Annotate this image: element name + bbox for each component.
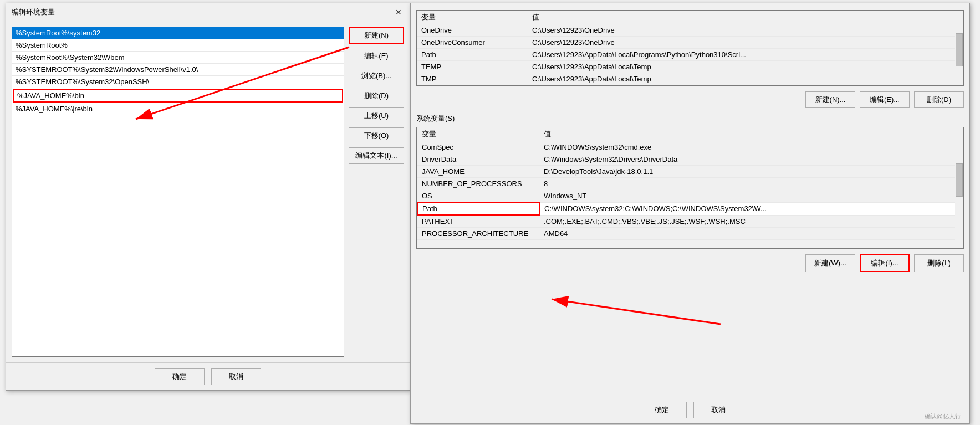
left-btn-1[interactable]: 编辑(E): [349, 48, 404, 64]
env-list-item-0[interactable]: %SystemRoot%\system32: [12, 27, 344, 39]
user-vars-table: 变量 值 OneDriveC:\Users\12923\OneDriveOneD…: [417, 11, 963, 85]
sys-var-row-5[interactable]: PathC:\WINDOWS\system32;C:\WINDOWS;C:\WI…: [417, 202, 963, 215]
left-btn-4[interactable]: 上移(U): [349, 107, 404, 124]
sys-vars-col-name: 变量: [417, 127, 539, 141]
sys-vars-section-label: 系统变量(S): [416, 114, 455, 122]
sys-var-row-6[interactable]: PATHEXT.COM;.EXE;.BAT;.CMD;.VBS;.VBE;.JS…: [417, 215, 963, 228]
sys-var-row-2[interactable]: JAVA_HOMED:\DevelopTools\Java\jdk-18.0.1…: [417, 166, 963, 178]
user-vars-col-value: 值: [528, 11, 963, 24]
env-list-item-4[interactable]: %SYSTEMROOT%\System32\OpenSSH\: [12, 76, 344, 88]
btn-column: 新建(N)编辑(E)浏览(B)...删除(D)上移(U)下移(O)编辑文本(I)…: [349, 27, 404, 357]
user-var-btn-1[interactable]: 编辑(E)...: [860, 91, 910, 108]
left-btn-2[interactable]: 浏览(B)...: [349, 68, 404, 84]
left-btn-6[interactable]: 编辑文本(I)...: [349, 147, 404, 164]
env-var-dialog: 变量 值 OneDriveC:\Users\12923\OneDriveOneD…: [410, 3, 970, 424]
sys-var-row-7[interactable]: PROCESSOR_ARCHITECTUREAMD64: [417, 228, 963, 240]
left-btn-0[interactable]: 新建(N): [349, 27, 404, 44]
sys-var-row-1[interactable]: DriverDataC:\Windows\System32\Drivers\Dr…: [417, 153, 963, 166]
close-button[interactable]: ✕: [393, 7, 404, 18]
edit-env-var-dialog: 编辑环境变量 ✕ %SystemRoot%\system32%SystemRoo…: [6, 3, 410, 391]
user-var-row-3[interactable]: TEMPC:\Users\12923\AppData\Local\Temp: [417, 61, 963, 73]
env-list-container: %SystemRoot%\system32%SystemRoot%%System…: [12, 27, 344, 357]
user-vars-scrollbar[interactable]: [955, 11, 963, 85]
sys-vars-table: 变量 值 ComSpecC:\WINDOWS\system32\cmd.exeD…: [417, 127, 963, 240]
cancel-button-left[interactable]: 取消: [211, 368, 261, 385]
env-list-item-6[interactable]: %JAVA_HOME%\jre\bin: [12, 103, 344, 115]
sys-var-btn-0[interactable]: 新建(W)...: [805, 254, 855, 272]
dialog-right-footer: 确定 取消 确认@亿人行: [411, 396, 969, 423]
user-var-row-4[interactable]: TMPC:\Users\12923\AppData\Local\Temp: [417, 73, 963, 85]
user-var-btn-2[interactable]: 删除(D): [914, 91, 964, 108]
ok-button-right[interactable]: 确定: [637, 402, 687, 418]
sys-vars-scrollbar[interactable]: [955, 127, 963, 248]
sys-vars-scrollbar-thumb[interactable]: [956, 163, 963, 197]
env-list-item-3[interactable]: %SYSTEMROOT%\System32\WindowsPowerShell\…: [12, 64, 344, 76]
env-list-item-1[interactable]: %SystemRoot%: [12, 39, 344, 52]
dialog-left-title: 编辑环境变量: [12, 7, 55, 17]
left-btn-5[interactable]: 下移(O): [349, 127, 404, 144]
user-vars-col-name: 变量: [417, 11, 528, 24]
watermark: 确认@亿人行: [925, 412, 961, 421]
sys-vars-buttons: 新建(W)...编辑(I)...删除(L): [411, 251, 969, 275]
sys-var-row-4[interactable]: OSWindows_NT: [417, 190, 963, 203]
env-list-item-5[interactable]: %JAVA_HOME%\bin: [13, 89, 343, 103]
sys-var-row-3[interactable]: NUMBER_OF_PROCESSORS8: [417, 178, 963, 190]
user-var-btn-0[interactable]: 新建(N)...: [805, 91, 855, 108]
sys-var-btn-1[interactable]: 编辑(I)...: [860, 254, 910, 272]
sys-var-row-0[interactable]: ComSpecC:\WINDOWS\system32\cmd.exe: [417, 141, 963, 153]
sys-var-btn-2[interactable]: 删除(L): [914, 254, 964, 272]
user-vars-buttons: 新建(N)...编辑(E)...删除(D): [411, 88, 969, 111]
ok-button-left[interactable]: 确定: [155, 368, 205, 385]
dialog-left-footer: 确定 取消: [6, 362, 410, 390]
user-var-row-2[interactable]: PathC:\Users\12923\AppData\Local\Program…: [417, 49, 963, 61]
user-var-row-0[interactable]: OneDriveC:\Users\12923\OneDrive: [417, 24, 963, 37]
dialog-left-content: %SystemRoot%\system32%SystemRoot%%System…: [6, 21, 410, 362]
env-list-item-2[interactable]: %SystemRoot%\System32\Wbem: [12, 52, 344, 64]
sys-vars-col-value: 值: [539, 127, 963, 141]
cancel-button-right[interactable]: 取消: [693, 402, 743, 418]
dialog-left-titlebar: 编辑环境变量 ✕: [6, 3, 410, 21]
user-var-row-1[interactable]: OneDriveConsumerC:\Users\12923\OneDrive: [417, 37, 963, 49]
left-btn-3[interactable]: 删除(D): [349, 88, 404, 104]
user-vars-scrollbar-thumb[interactable]: [956, 33, 963, 66]
